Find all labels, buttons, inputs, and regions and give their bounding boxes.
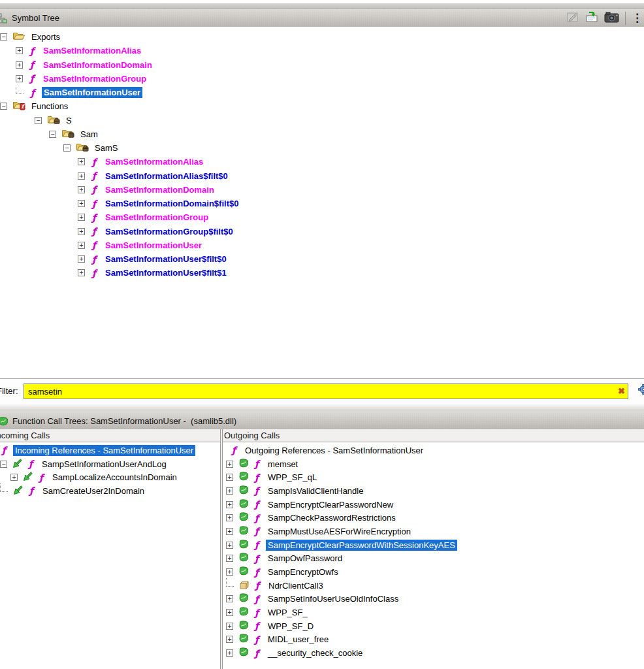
expand-icon[interactable]: + bbox=[226, 542, 233, 549]
tree-row[interactable]: +ƒSampCheckPasswordRestrictions bbox=[223, 511, 644, 525]
tree-row[interactable]: +ƒWPP_SF_D bbox=[223, 619, 644, 633]
expand-icon[interactable]: + bbox=[78, 255, 85, 263]
tree-row[interactable]: +ƒSamSetInformationUser$filt$0 bbox=[0, 252, 644, 266]
filter-options-icon[interactable] bbox=[638, 384, 644, 397]
tree-row[interactable]: +ƒSamSetInformationAlias$filt$0 bbox=[0, 169, 644, 183]
expand-icon[interactable]: + bbox=[226, 636, 233, 643]
collapse-icon[interactable]: − bbox=[0, 33, 7, 41]
tree-row[interactable]: ƒIncoming References - SamSetInformation… bbox=[0, 444, 220, 457]
tree-row[interactable]: +ƒ__security_check_cookie bbox=[223, 646, 644, 660]
tree-row[interactable]: +ƒMIDL_user_free bbox=[223, 633, 644, 647]
tree-row[interactable]: ƒSamCreateUser2InDomain bbox=[0, 484, 220, 498]
tree-row[interactable]: +ƒSamSetInformationAlias bbox=[0, 44, 644, 57]
function-icon: ƒ bbox=[253, 540, 261, 550]
expand-icon[interactable]: + bbox=[226, 528, 233, 535]
tree-item-label: NdrClientCall3 bbox=[266, 580, 325, 591]
clear-filter-icon[interactable]: ✖ bbox=[618, 386, 625, 396]
namespace-folder-icon bbox=[76, 142, 89, 154]
expand-icon[interactable]: + bbox=[78, 172, 85, 180]
cropped-toolbar-strip bbox=[0, 0, 644, 8]
collapse-icon[interactable]: − bbox=[0, 103, 7, 110]
outgoing-call-icon bbox=[238, 633, 249, 645]
expand-icon[interactable]: + bbox=[226, 514, 233, 521]
edit-icon[interactable] bbox=[566, 11, 579, 25]
tree-row[interactable]: ƒNdrClientCall3 bbox=[223, 579, 644, 593]
expand-icon[interactable]: + bbox=[16, 75, 23, 82]
collapse-icon[interactable]: − bbox=[49, 131, 56, 138]
tree-item-label: Sam bbox=[78, 129, 100, 140]
tree-row[interactable]: +ƒmemset bbox=[223, 457, 644, 471]
tree-row[interactable]: +ƒSamSetInformationAlias bbox=[0, 155, 644, 169]
expand-icon[interactable]: + bbox=[226, 474, 233, 481]
tree-row[interactable]: +ƒWPP_SF_ bbox=[223, 606, 644, 619]
expand-icon[interactable]: + bbox=[226, 609, 233, 616]
tree-row[interactable]: +ƒSampOwfPassword bbox=[223, 552, 644, 566]
tree-row[interactable]: ƒOutgoing References - SamSetInformation… bbox=[223, 444, 644, 457]
import-icon[interactable] bbox=[585, 11, 599, 25]
filter-input[interactable] bbox=[24, 383, 628, 399]
tree-row[interactable]: −Exports bbox=[0, 30, 644, 44]
collapse-icon[interactable]: − bbox=[63, 144, 71, 152]
function-icon: ƒ bbox=[90, 171, 98, 181]
tree-row[interactable]: +ƒSamSetInformationDomain bbox=[0, 183, 644, 197]
tree-row[interactable]: −SamS bbox=[0, 141, 644, 155]
tree-item-label: SampLocalizeAccountsInDomain bbox=[50, 472, 179, 483]
tree-row[interactable]: −fFunctions bbox=[0, 99, 644, 113]
expand-icon[interactable]: + bbox=[78, 158, 85, 165]
tree-row[interactable]: +ƒSamSetInformationGroup$filt$0 bbox=[0, 225, 644, 238]
tree-row[interactable]: +ƒSamSetInformationDomain$filt$0 bbox=[0, 197, 644, 210]
expand-icon[interactable]: + bbox=[226, 595, 233, 602]
expand-icon[interactable]: + bbox=[10, 474, 18, 481]
expand-icon[interactable]: + bbox=[16, 61, 23, 69]
tree-row[interactable]: +ƒSamSetInformationUser$filt$1 bbox=[0, 266, 644, 280]
collapse-icon[interactable]: − bbox=[35, 117, 42, 124]
incoming-call-icon bbox=[13, 485, 24, 497]
tree-row[interactable]: +ƒSampMustUseAESForWireEncryption bbox=[223, 525, 644, 538]
expand-icon[interactable]: + bbox=[226, 461, 233, 468]
tree-row[interactable]: +ƒSampLocalizeAccountsInDomain bbox=[0, 470, 220, 484]
tree-item-label: SamS bbox=[93, 142, 120, 154]
menu-dots-icon[interactable]: ⋮ bbox=[632, 13, 643, 24]
tree-item-label: Outgoing References - SamSetInformationU… bbox=[243, 445, 425, 456]
expand-icon[interactable]: + bbox=[226, 501, 233, 508]
tree-row[interactable]: +ƒSampSetInfoUserUseOldInfoClass bbox=[223, 593, 644, 606]
tree-connector-icon bbox=[0, 483, 8, 492]
tree-row[interactable]: +ƒSampEncryptClearPasswordWithSessionKey… bbox=[223, 538, 644, 552]
expand-icon[interactable]: + bbox=[226, 568, 233, 576]
tree-row[interactable]: −ƒSampSetInformationUserAndLog bbox=[0, 457, 220, 471]
expand-icon[interactable]: + bbox=[226, 623, 233, 630]
expand-icon[interactable]: + bbox=[78, 228, 85, 235]
collapse-icon[interactable]: − bbox=[0, 461, 7, 468]
expand-icon[interactable]: + bbox=[226, 487, 233, 495]
expand-icon[interactable]: + bbox=[226, 555, 233, 562]
tree-row[interactable]: +ƒSampEncryptClearPasswordNew bbox=[223, 498, 644, 512]
expand-icon[interactable]: + bbox=[16, 47, 23, 54]
function-icon: ƒ bbox=[253, 567, 261, 578]
tree-row[interactable]: −S bbox=[0, 114, 644, 127]
tree-row[interactable]: +ƒSamSetInformationDomain bbox=[0, 58, 644, 72]
function-icon: ƒ bbox=[90, 199, 98, 209]
external-function-icon bbox=[239, 579, 250, 592]
tree-item-label: SamSetInformationGroup bbox=[41, 73, 148, 84]
expand-icon[interactable]: + bbox=[78, 200, 85, 207]
snapshot-camera-icon[interactable] bbox=[604, 11, 619, 25]
tree-row[interactable]: +ƒSamSetInformationGroup bbox=[0, 72, 644, 86]
function-icon: ƒ bbox=[253, 648, 261, 659]
incoming-calls-tree: ƒIncoming References - SamSetInformation… bbox=[0, 442, 220, 669]
tree-row[interactable]: +ƒSampEncryptOwfs bbox=[223, 565, 644, 579]
expand-icon[interactable]: + bbox=[78, 186, 85, 193]
tree-row[interactable]: +ƒWPP_SF_qL bbox=[223, 470, 644, 484]
incoming-call-icon bbox=[12, 458, 23, 470]
tree-row[interactable]: −Sam bbox=[0, 127, 644, 141]
expand-icon[interactable]: + bbox=[78, 214, 85, 221]
expand-icon[interactable]: + bbox=[78, 242, 85, 249]
panel-divider[interactable] bbox=[220, 429, 223, 669]
function-icon: ƒ bbox=[90, 268, 98, 278]
tree-row[interactable]: +ƒSampIsValidClientHandle bbox=[223, 484, 644, 498]
tree-row[interactable]: +ƒSamSetInformationGroup bbox=[0, 210, 644, 224]
expand-icon[interactable]: + bbox=[226, 649, 233, 657]
tree-row[interactable]: +ƒSamSetInformationUser bbox=[0, 238, 644, 252]
tree-row[interactable]: ƒSamSetInformationUser bbox=[0, 86, 644, 99]
outgoing-call-icon bbox=[238, 458, 249, 470]
expand-icon[interactable]: + bbox=[78, 269, 85, 276]
